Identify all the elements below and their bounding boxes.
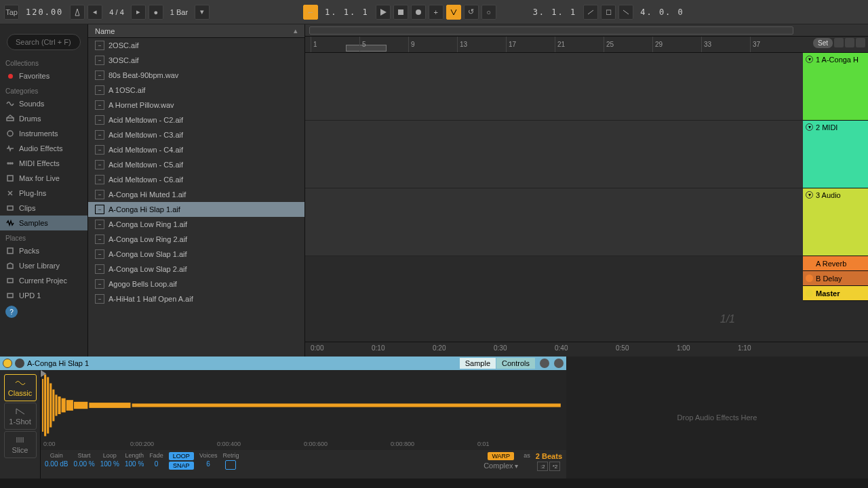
param-start[interactable]: Start0.00 % (73, 452, 94, 468)
param-voices[interactable]: Voices6 (199, 452, 218, 468)
mode-one-shot[interactable]: 1-Shot (4, 403, 37, 430)
nudge-down-icon[interactable]: ◂ (87, 5, 102, 20)
clip-activator[interactable] (3, 359, 12, 368)
double-button[interactable]: *2 (549, 462, 560, 471)
mode-slice[interactable]: Slice (4, 431, 37, 458)
metronome-toggle[interactable]: ● (149, 5, 163, 20)
file-row[interactable]: ~Acid Meltdown - C5.aif (88, 157, 304, 172)
overview-bar[interactable] (305, 24, 868, 37)
return-a[interactable]: A Reverb (803, 256, 868, 271)
clip-play-icon[interactable] (15, 359, 24, 368)
master-track[interactable]: Master (803, 286, 868, 301)
punch-out-icon[interactable] (618, 5, 633, 20)
param-loop[interactable]: Loop100 % (100, 452, 119, 468)
file-row[interactable]: ~A-Conga Low Ring 2.aif (88, 232, 304, 247)
file-row[interactable]: ~A-Conga Hi Slap 1.aif (88, 202, 304, 217)
sidebar-packs[interactable]: Packs (0, 243, 87, 258)
reenable-auto-icon[interactable]: ↺ (464, 5, 479, 20)
track-header-1[interactable]: ▾1 A-Conga H (803, 53, 868, 121)
tab-sample[interactable]: Sample (460, 358, 496, 369)
track-lane-1[interactable] (305, 53, 803, 121)
file-row[interactable]: ~A-HiHat 1 Half Open A.aif (88, 291, 304, 306)
unfold-button[interactable] (845, 38, 854, 47)
sidebar-samples[interactable]: Samples (0, 216, 87, 230)
overview-region[interactable] (309, 26, 793, 35)
sample-ruler[interactable]: 0:000:00:2000:00:4000:00:6000:00:8000:01 (41, 441, 566, 450)
fold-button[interactable] (834, 38, 844, 47)
sidebar-upd1[interactable]: UPD 1 (0, 288, 87, 303)
overdub-button[interactable]: + (429, 5, 443, 20)
clip-name[interactable]: A-Conga Hi Slap 1 (27, 359, 89, 367)
file-row[interactable]: ~80s Beat-90bpm.wav (88, 68, 304, 83)
file-row[interactable]: ~A-Conga Low Slap 2.aif (88, 262, 304, 277)
automation-arm[interactable] (446, 5, 461, 20)
options-icon[interactable] (856, 38, 865, 47)
sidebar-instruments[interactable]: Instruments (0, 126, 87, 141)
param-fade[interactable]: Fade0 (149, 452, 163, 468)
file-row[interactable]: ~A-Conga Low Slap 1.aif (88, 247, 304, 262)
track-header-2[interactable]: ▾2 MIDI (803, 121, 868, 188)
track-lane-2[interactable] (305, 121, 803, 188)
stop-button[interactable] (393, 5, 408, 20)
track-lane-3[interactable] (305, 188, 803, 256)
sidebar-midi-effects[interactable]: MIDI Effects (0, 156, 87, 171)
file-row[interactable]: ~3OSC.aif (88, 53, 304, 68)
quantize-dropdown-icon[interactable]: ▾ (195, 5, 210, 20)
track-activator-icon[interactable] (806, 274, 813, 282)
tab-controls[interactable]: Controls (496, 358, 535, 369)
snap-button[interactable]: SNAP (169, 462, 194, 470)
show-hide-icon[interactable] (540, 359, 549, 368)
record-button[interactable] (411, 5, 426, 20)
file-row[interactable]: ~A Hornet Pillow.wav (88, 98, 304, 113)
sidebar-user-library[interactable]: User Library (0, 258, 87, 273)
loop-icon[interactable]: ◻ (601, 5, 616, 20)
beat-ruler[interactable]: Set 15913172125293337 (305, 37, 868, 53)
loop-button[interactable]: LOOP (169, 452, 194, 460)
file-row[interactable]: ~Acid Meltdown - C4.aif (88, 142, 304, 157)
sidebar-sounds[interactable]: Sounds (0, 96, 87, 111)
param-retrig[interactable]: Retrig (222, 452, 239, 470)
follow-button[interactable]: ← (303, 5, 318, 20)
track-fold-icon[interactable]: ▾ (806, 123, 813, 131)
sidebar-favorites[interactable]: Favorites (0, 68, 87, 83)
close-clip-icon[interactable] (554, 359, 564, 368)
track-activator-icon[interactable] (806, 260, 813, 267)
track-activator-icon[interactable] (806, 289, 813, 297)
file-row[interactable]: ~A-Conga Low Ring 1.aif (88, 217, 304, 232)
search-field[interactable] (7, 34, 81, 50)
return-b[interactable]: B Delay (803, 271, 868, 286)
play-button[interactable] (376, 5, 391, 20)
seg-beats[interactable]: 2 Beats (536, 452, 562, 460)
waveform-display[interactable] (41, 370, 566, 441)
file-row[interactable]: ~Acid Meltdown - C3.aif (88, 127, 304, 142)
search-input[interactable] (7, 34, 81, 50)
track-header-3[interactable]: ▾3 Audio (803, 188, 868, 256)
metronome-icon[interactable] (70, 5, 85, 20)
sidebar-clips[interactable]: Clips (0, 201, 87, 216)
loop-length[interactable]: 4. 0. 0 (636, 7, 688, 17)
capture-midi-icon[interactable]: ○ (481, 5, 496, 20)
time-ruler[interactable]: 0:000:100:200:300:400:501:001:10 (305, 342, 868, 357)
track-lanes[interactable]: 1/1 (305, 53, 803, 342)
tap-button[interactable]: Tap (4, 5, 19, 20)
quantize-display[interactable]: 1 Bar (166, 8, 192, 16)
loop-brace[interactable] (346, 45, 387, 52)
sidebar-audio-effects[interactable]: Audio Effects (0, 141, 87, 156)
param-gain[interactable]: Gain0.00 dB (45, 452, 68, 468)
track-fold-icon[interactable]: ▾ (806, 191, 813, 199)
tempo-display[interactable]: 120.00 (22, 7, 67, 17)
sort-icon[interactable]: ▴ (294, 26, 298, 35)
help-icon[interactable]: ? (5, 306, 18, 318)
punch-in-icon[interactable] (583, 5, 598, 20)
loop-start[interactable]: 3. 1. 1 (529, 7, 581, 17)
sidebar-current-project[interactable]: Current Projec (0, 273, 87, 288)
file-row[interactable]: ~2OSC.aif (88, 38, 304, 53)
mode-classic[interactable]: Classic (4, 374, 37, 401)
sidebar-drums[interactable]: Drums (0, 111, 87, 126)
file-row[interactable]: ~A 1OSC.aif (88, 83, 304, 98)
sidebar-plugins[interactable]: Plug-Ins (0, 186, 87, 201)
warp-mode[interactable]: Complex ▾ (484, 462, 518, 470)
file-row[interactable]: ~A-Conga Hi Muted 1.aif (88, 187, 304, 202)
track-fold-icon[interactable]: ▾ (806, 56, 813, 63)
param-length[interactable]: Length100 % (125, 452, 144, 468)
